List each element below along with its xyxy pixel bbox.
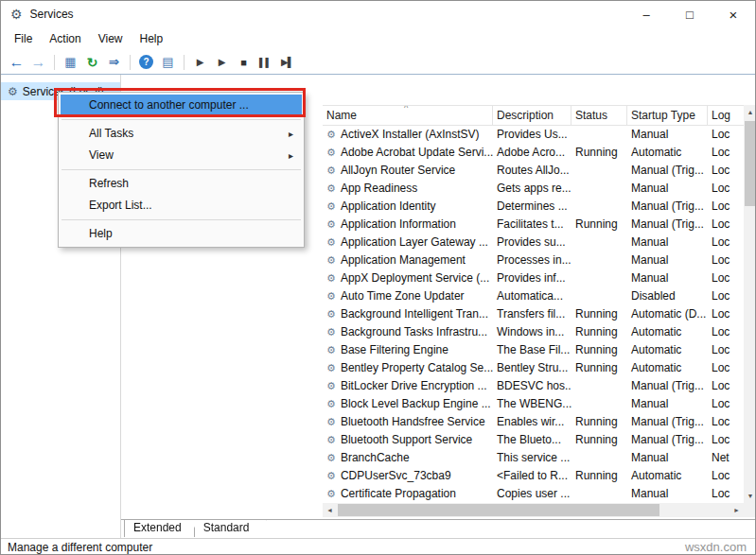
start-service-icon[interactable]: ▶ [189,52,211,73]
service-row[interactable]: ⚙ AllJoyn Router Service Routes AllJo...… [323,162,744,180]
service-row[interactable]: ⚙ BranchCache This service ... Manual Ne… [323,449,744,467]
service-row[interactable]: ⚙ Base Filtering Engine The Base Fil... … [323,341,744,359]
maximize-button[interactable]: □ [668,1,712,27]
service-row[interactable]: ⚙ AppX Deployment Service (... Provides … [323,269,744,287]
close-button[interactable]: × [712,1,755,27]
menubar-item[interactable]: File [6,27,41,50]
service-gear-icon: ⚙ [326,341,336,359]
service-gear-icon: ⚙ [326,359,336,377]
service-row[interactable]: ⚙ CDPUserSvc_73cba9 <Failed to R... Runn… [323,467,744,485]
minimize-button[interactable]: – [624,1,668,27]
service-row[interactable]: ⚙ Adobe Acrobat Update Servi... Adobe Ac… [323,144,744,162]
service-row[interactable]: ⚙ Background Intelligent Tran... Transfe… [323,305,744,323]
service-gear-icon: ⚙ [326,413,336,431]
column-label: Startup Type [631,109,695,122]
menubar-item[interactable]: Help [132,27,172,50]
service-name: Application Information [341,216,456,234]
toolbar-separator [130,55,131,70]
service-status: Running [571,413,627,431]
pause-service-icon[interactable]: ▌▌ [255,52,276,73]
service-gear-icon: ⚙ [326,395,336,413]
menubar-item[interactable]: Action [41,27,89,50]
help-icon[interactable]: ? [135,52,157,73]
service-name: Base Filtering Engine [341,341,448,359]
menu-item-label: Connect to another computer ... [89,98,249,112]
services-window: ⚙ Services – □ × File Action View Help ←… [0,0,756,555]
service-row[interactable]: ⚙ ActiveX Installer (AxInstSV) Provides … [323,126,744,144]
menu-item-label: Export List... [89,199,152,212]
service-row[interactable]: ⚙ Block Level Backup Engine ... The WBEN… [323,395,744,413]
service-description: Adobe Acro... [493,144,571,162]
service-description: Copies user ... [493,485,571,503]
menubar-item[interactable]: View [90,27,132,50]
window-title: Services [30,8,74,21]
service-log-on-as: Loc [708,269,744,287]
service-startup-type: Automatic (D... [627,305,708,323]
scroll-up-icon[interactable]: ▲ [744,105,756,119]
column-header-description[interactable]: Description [493,106,571,125]
service-row[interactable]: ⚙ Auto Time Zone Updater Automatica... D… [323,287,744,305]
service-gear-icon: ⚙ [326,180,336,198]
service-name: BitLocker Drive Encryption ... [341,377,487,395]
service-row[interactable]: ⚙ Certificate Propagation Copies user ..… [323,485,744,503]
context-menu-item-export-list[interactable]: Export List... [61,195,302,217]
context-menu-item-refresh[interactable]: Refresh [61,173,302,195]
sort-ascending-icon: ^ [404,106,408,113]
restart-service-icon[interactable]: ▶▌ [276,52,298,73]
toolbar-separator [54,55,55,70]
service-description: This service ... [493,449,571,467]
service-row[interactable]: ⚙ Bluetooth Support Service The Blueto..… [323,431,744,449]
service-row[interactable]: ⚙ Application Information Facilitates t.… [323,216,744,234]
service-row[interactable]: ⚙ Application Identity Determines ... Ma… [323,198,744,216]
tab-standard[interactable]: Standard [194,520,267,537]
scroll-left-icon[interactable]: ◄ [323,503,337,517]
forward-icon[interactable]: → [27,52,49,73]
service-status: Running [571,323,627,341]
vertical-scrollbar[interactable]: ▲ ▼ [744,105,756,503]
services-list: ⚙ ActiveX Installer (AxInstSV) Provides … [323,126,744,503]
show-console-tree-icon[interactable]: ▦ [60,52,81,73]
service-row[interactable]: ⚙ Bentley Property Catalog Se... Bentley… [323,359,744,377]
scroll-right-icon[interactable]: ► [730,503,744,517]
back-icon[interactable]: ← [6,52,27,73]
service-startup-type: Automatic [627,467,708,485]
vertical-scroll-thumb[interactable] [745,121,756,206]
service-name: BranchCache [341,449,410,467]
column-header-startup-type[interactable]: Startup Type [627,106,708,125]
refresh-icon[interactable]: ↻ [81,52,103,73]
service-gear-icon: ⚙ [326,198,336,216]
service-startup-type: Manual (Trig... [627,216,708,234]
service-row[interactable]: ⚙ Application Management Processes in...… [323,251,744,269]
service-description: Facilitates t... [493,216,571,234]
horizontal-scrollbar[interactable]: ◄ ► [323,503,744,517]
column-header-name[interactable]: Name ^ [323,106,493,125]
context-menu-item-all-tasks[interactable]: All Tasks ▸ [61,123,302,145]
service-log-on-as: Loc [708,234,744,251]
tab-extended[interactable]: Extended [124,520,199,537]
horizontal-scroll-thumb[interactable] [338,504,659,516]
context-menu-item-view[interactable]: View ▸ [61,145,302,166]
service-log-on-as: Net [708,449,744,467]
resume-service-icon[interactable]: ▶ [211,52,233,73]
service-row[interactable]: ⚙ Background Tasks Infrastru... Windows … [323,323,744,341]
service-gear-icon: ⚙ [326,126,336,144]
service-log-on-as: Loc [708,216,744,234]
service-name: Bentley Property Catalog Se... [341,359,493,377]
service-row[interactable]: ⚙ App Readiness Gets apps re... Manual L… [323,180,744,198]
service-startup-type: Manual [627,234,708,251]
scroll-down-icon[interactable]: ▼ [744,489,756,503]
properties-list-icon[interactable]: ▤ [157,52,179,73]
export-list-icon[interactable]: ⇒ [103,52,125,73]
stop-service-icon[interactable]: ■ [233,52,255,73]
service-startup-type: Manual (Trig... [627,198,708,216]
context-menu-item-help[interactable]: Help [61,223,302,245]
context-menu-item-connect[interactable]: Connect to another computer ... [61,95,302,116]
service-description: Windows in... [493,323,571,341]
column-header-status[interactable]: Status [571,106,627,125]
column-header-log-on-as[interactable]: Log [708,106,744,125]
service-row[interactable]: ⚙ Application Layer Gateway ... Provides… [323,234,744,251]
service-row[interactable]: ⚙ BitLocker Drive Encryption ... BDESVC … [323,377,744,395]
service-startup-type: Manual [627,126,708,144]
service-row[interactable]: ⚙ Bluetooth Handsfree Service Enables wi… [323,413,744,431]
service-status [571,234,627,251]
